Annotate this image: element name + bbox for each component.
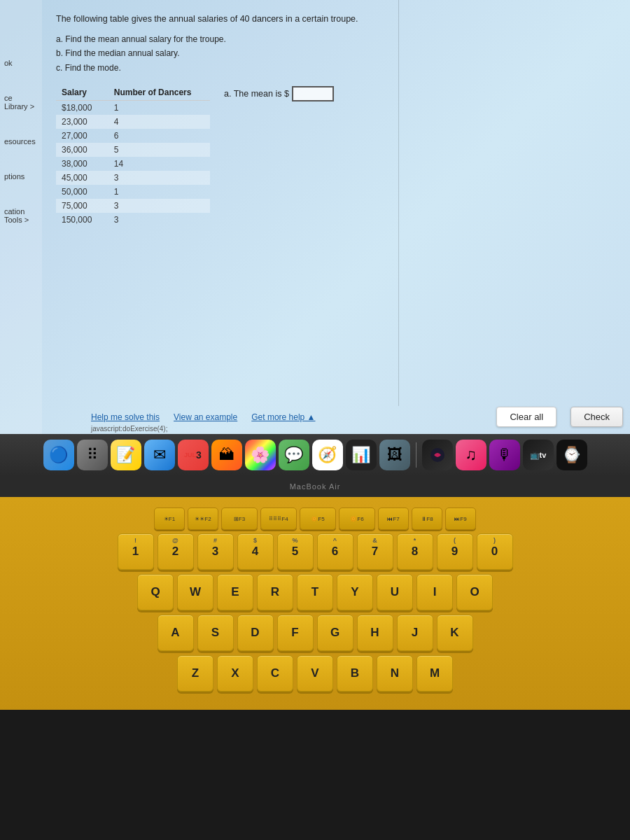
- salary-cell: $18,000: [56, 101, 108, 115]
- table-row: 38,00014: [56, 157, 210, 171]
- key-e[interactable]: E: [217, 574, 253, 610]
- dock-podcast[interactable]: 🎙: [489, 440, 520, 470]
- key-f[interactable]: F: [277, 615, 314, 651]
- table-row: 36,0005: [56, 143, 210, 157]
- key-2[interactable]: @ 2: [158, 533, 194, 570]
- answer-line-a: a. The mean is $: [224, 86, 616, 102]
- key-h[interactable]: H: [357, 615, 393, 651]
- get-more-help-button[interactable]: Get more help ▲: [251, 412, 315, 422]
- key-x[interactable]: X: [217, 655, 253, 692]
- key-q[interactable]: Q: [137, 574, 174, 610]
- dock-safari[interactable]: 🧭: [312, 440, 343, 470]
- key-g[interactable]: G: [317, 615, 354, 651]
- dock-messages[interactable]: 💬: [279, 440, 309, 470]
- dock-music[interactable]: ♫: [456, 440, 486, 470]
- dock-app1[interactable]: 🏔: [211, 440, 242, 470]
- key-z[interactable]: Z: [177, 655, 214, 692]
- dancers-cell: 3: [108, 213, 210, 227]
- key-f4[interactable]: ⠿⠿⠿F4: [260, 507, 297, 530]
- sub-a-label: a. Find the mean annual salary for the t…: [56, 32, 616, 46]
- sidebar-item-options[interactable]: ptions: [0, 169, 42, 183]
- key-6[interactable]: ^ 6: [317, 533, 354, 570]
- key-v[interactable]: V: [297, 655, 333, 692]
- key-k[interactable]: K: [437, 615, 473, 651]
- dock-notes[interactable]: 📝: [111, 440, 141, 470]
- key-8[interactable]: * 8: [397, 533, 433, 570]
- answer-area: a. The mean is $: [224, 85, 616, 227]
- key-7[interactable]: & 7: [357, 533, 393, 570]
- key-f1[interactable]: ☀F1: [154, 507, 185, 530]
- key-n[interactable]: N: [377, 655, 413, 692]
- dock-mail[interactable]: ✉: [144, 440, 175, 470]
- help-me-solve-button[interactable]: Help me solve this: [91, 412, 160, 422]
- key-d[interactable]: D: [237, 615, 274, 651]
- url-bar: javascript:doExercise(4);: [84, 424, 630, 434]
- salary-cell: 38,000: [56, 157, 108, 171]
- key-a[interactable]: A: [158, 615, 194, 651]
- key-9[interactable]: ( 9: [437, 533, 473, 570]
- dock-bar: 🔵 ⠿ 📝 ✉ JUL 3 🏔 🌸 💬 🧭 📊 🖼 ♫ 🎙 📺tv ⌚: [0, 434, 630, 476]
- dock-separator: [416, 442, 416, 468]
- dock-siri[interactable]: [422, 440, 453, 470]
- key-b[interactable]: B: [337, 655, 373, 692]
- key-f6[interactable]: 🔆F6: [339, 507, 375, 530]
- key-0[interactable]: ) 0: [477, 533, 513, 570]
- key-r[interactable]: R: [257, 574, 293, 610]
- dancers-cell: 5: [108, 143, 210, 157]
- dock-calendar[interactable]: JUL 3: [178, 440, 209, 470]
- key-1[interactable]: ! 1: [118, 533, 154, 570]
- dock-photos[interactable]: 🌸: [245, 440, 276, 470]
- key-t[interactable]: T: [297, 574, 333, 610]
- salary-cell: 150,000: [56, 213, 108, 227]
- number-row: ! 1 @ 2 # 3 $ 4 % 5 ^ 6 & 7 * 8: [14, 533, 616, 570]
- key-s[interactable]: S: [197, 615, 234, 651]
- key-o[interactable]: O: [456, 574, 493, 610]
- table-row: $18,0001: [56, 101, 210, 115]
- table-row: 75,0003: [56, 199, 210, 213]
- view-example-button[interactable]: View an example: [174, 412, 237, 422]
- sub-b-label: b. Find the median annual salary.: [56, 46, 616, 60]
- sidebar-item-library[interactable]: ce Library >: [0, 91, 42, 113]
- table-row: 50,0001: [56, 185, 210, 199]
- key-3[interactable]: # 3: [197, 533, 234, 570]
- content-divider: [398, 0, 399, 406]
- answer-a-label: a. The mean is $: [224, 89, 289, 99]
- dancers-cell: 3: [108, 171, 210, 185]
- dock-app2[interactable]: 📊: [346, 440, 377, 470]
- zxcv-row: Z X C V B N M: [14, 655, 616, 692]
- dancers-cell: 3: [108, 199, 210, 213]
- key-c[interactable]: C: [257, 655, 293, 692]
- key-f9[interactable]: ⏭F9: [445, 507, 476, 530]
- key-5[interactable]: % 5: [277, 533, 314, 570]
- salary-cell: 23,000: [56, 115, 108, 129]
- sidebar-item-ok[interactable]: ok: [0, 56, 42, 70]
- key-y[interactable]: Y: [337, 574, 373, 610]
- sidebar-item-resources[interactable]: esources: [0, 134, 42, 148]
- key-j[interactable]: J: [397, 615, 433, 651]
- key-f8[interactable]: ⏸F8: [412, 507, 442, 530]
- dock-tv[interactable]: 📺tv: [523, 440, 554, 470]
- table-row: 23,0004: [56, 115, 210, 129]
- key-m[interactable]: M: [416, 655, 453, 692]
- table-container: Salary Number of Dancers $18,000123,0004…: [56, 85, 210, 227]
- key-i[interactable]: I: [416, 574, 453, 610]
- sidebar-item-tools[interactable]: cation Tools >: [0, 204, 42, 227]
- key-w[interactable]: W: [177, 574, 214, 610]
- key-f7[interactable]: ⏮F7: [378, 507, 409, 530]
- col-dancers-header: Number of Dancers: [108, 85, 210, 101]
- key-u[interactable]: U: [377, 574, 413, 610]
- dock-launchpad[interactable]: ⠿: [77, 440, 108, 470]
- answer-a-input[interactable]: [292, 86, 334, 102]
- dock-app3[interactable]: 🖼: [379, 440, 410, 470]
- keyboard: ☀F1 ☀☀F2 ⊞F3 ⠿⠿⠿F4 🔅F5 🔆F6 ⏮F7 ⏸F8 ⏭F9 !…: [0, 497, 630, 710]
- key-f3[interactable]: ⊞F3: [221, 507, 258, 530]
- dock-app4[interactable]: ⌚: [556, 440, 587, 470]
- key-4[interactable]: $ 4: [237, 533, 274, 570]
- sub-c-label: c. Find the mode.: [56, 61, 616, 75]
- key-f2[interactable]: ☀☀F2: [188, 507, 218, 530]
- sub-questions: a. Find the mean annual salary for the t…: [56, 32, 616, 75]
- col-salary-header: Salary: [56, 85, 108, 101]
- sidebar: ok ce Library > esources ptions cation T…: [0, 0, 42, 434]
- key-f5[interactable]: 🔅F5: [300, 507, 336, 530]
- dock-finder[interactable]: 🔵: [43, 440, 74, 470]
